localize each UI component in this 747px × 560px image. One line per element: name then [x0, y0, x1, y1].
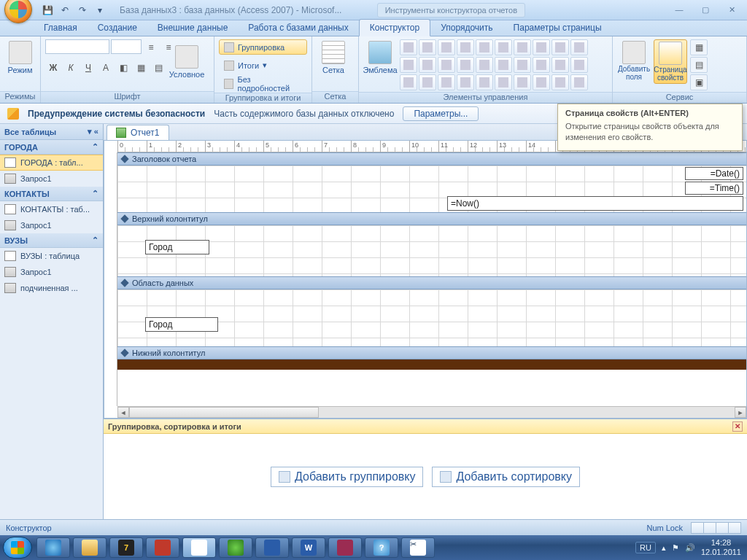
ctrl-city-field[interactable]: Город	[145, 317, 218, 332]
task-utorrent[interactable]	[219, 537, 252, 558]
tab-arrange[interactable]: Упорядочить	[430, 20, 503, 36]
view-button[interactable]: Режим	[4, 39, 36, 76]
ctrl-combo-icon[interactable]	[438, 39, 455, 55]
underline-icon[interactable]: Ч	[80, 60, 96, 76]
nav-group-goroda[interactable]: ГОРОДА⌃	[0, 140, 103, 155]
ctrl-time[interactable]: =Time()	[685, 182, 743, 195]
ctrl-title-icon[interactable]	[400, 39, 417, 55]
nav-item-zapros1-c[interactable]: Запрос1	[0, 264, 103, 280]
propertysheet-button[interactable]: Страница свойств	[654, 39, 687, 84]
nav-item-kontakty-table[interactable]: КОНТАКТЫ : таб...	[0, 201, 103, 217]
tool-subreport-icon[interactable]: ▣	[690, 74, 708, 90]
tab-create[interactable]: Создание	[88, 20, 147, 36]
tab-home[interactable]: Главная	[34, 20, 88, 36]
close-pane-icon[interactable]: ✕	[732, 421, 743, 432]
nav-header[interactable]: Все таблицы ▾ «	[0, 124, 103, 140]
ctrl-activex-icon[interactable]	[533, 74, 550, 90]
nav-item-zapros1-a[interactable]: Запрос1	[0, 171, 103, 187]
report-header-body[interactable]: =Date() =Time() =Now()	[117, 166, 746, 212]
band-detail[interactable]: Область данных	[117, 276, 746, 289]
page-header-body[interactable]: Город	[117, 225, 746, 276]
band-report-header[interactable]: Заголовок отчета	[117, 152, 746, 166]
close-icon[interactable]: ✕	[724, 5, 740, 15]
office-button[interactable]	[4, 0, 32, 23]
add-sort-button[interactable]: Добавить сортировку	[432, 467, 580, 487]
ctrl-attachment-icon[interactable]	[495, 74, 512, 90]
undo-icon[interactable]: ↶	[58, 4, 71, 17]
task-save[interactable]	[255, 537, 289, 558]
ctrl-textbox-icon[interactable]	[419, 39, 436, 55]
hidedetails-button[interactable]: Без подробностей	[219, 76, 307, 91]
ctrl-date[interactable]: =Date()	[685, 167, 743, 180]
ctrl-label-icon[interactable]	[419, 57, 436, 73]
bold-icon[interactable]: Ж	[45, 60, 61, 76]
view-report-icon[interactable]	[691, 522, 704, 534]
tab-external[interactable]: Внешние данные	[147, 20, 239, 36]
security-options-button[interactable]: Параметры...	[403, 106, 479, 121]
ctrl-linewidth-icon[interactable]	[551, 39, 569, 55]
altcolor-icon[interactable]: ▤	[150, 60, 166, 76]
conditional-button[interactable]: Условное	[168, 44, 206, 80]
ctrl-list-icon[interactable]	[438, 57, 455, 73]
ctrl-linestyle-icon[interactable]	[551, 74, 569, 90]
band-page-header[interactable]: Верхний колонтитул	[117, 212, 746, 225]
grid-button[interactable]: Сетка	[317, 39, 350, 76]
emblem-button[interactable]: Эмблема	[363, 39, 397, 76]
ctrl-check-icon[interactable]	[533, 39, 550, 55]
ctrl-defaults-icon[interactable]	[570, 74, 588, 90]
save-icon[interactable]: 💾	[41, 4, 54, 17]
task-app1[interactable]	[146, 537, 179, 558]
ctrl-optgrp-icon[interactable]	[533, 57, 550, 73]
start-button[interactable]	[3, 537, 32, 559]
font-family-combo[interactable]	[45, 39, 109, 54]
clock[interactable]: 14:28 12.01.2011	[701, 538, 744, 556]
page-footer-body[interactable]	[117, 359, 746, 370]
scroll-right-icon[interactable]: ►	[735, 407, 746, 418]
nav-group-vuzy[interactable]: ВУЗЫ⌃	[0, 233, 103, 248]
ctrl-chart-icon[interactable]	[476, 74, 493, 90]
font-size-combo[interactable]	[111, 39, 142, 54]
tab-design[interactable]: Конструктор	[359, 19, 430, 36]
redo-icon[interactable]: ↷	[76, 4, 89, 17]
ctrl-image-icon[interactable]	[476, 39, 493, 55]
ctrl-pagenum-icon[interactable]	[400, 57, 417, 73]
scroll-track[interactable]	[129, 407, 735, 418]
ctrl-date-icon[interactable]	[400, 74, 417, 90]
tab-dbtools[interactable]: Работа с базами данных	[238, 20, 358, 36]
nav-item-vuzy-table[interactable]: ВУЗЫ : таблица	[0, 248, 103, 264]
task-snip[interactable]: ✂	[401, 537, 435, 558]
italic-icon[interactable]: К	[63, 60, 79, 76]
chevron-double-left-icon[interactable]: ▾ «	[88, 127, 98, 136]
ctrl-bound-icon[interactable]	[457, 74, 474, 90]
maximize-icon[interactable]: ▢	[697, 5, 713, 15]
ctrl-unbound-icon[interactable]	[476, 57, 493, 73]
ctrl-tab-icon[interactable]	[514, 39, 531, 55]
band-page-footer[interactable]: Нижний колонтитул	[117, 346, 746, 359]
vertical-ruler[interactable]	[104, 152, 117, 406]
view-layout-icon[interactable]	[716, 522, 729, 534]
add-group-button[interactable]: Добавить группировку	[271, 467, 423, 487]
tab-pagesetup[interactable]: Параметры страницы	[503, 20, 612, 36]
task-word[interactable]: W	[292, 537, 325, 558]
gridlines-icon[interactable]: ▦	[133, 60, 149, 76]
ctrl-select-icon[interactable]	[570, 39, 588, 55]
ctrl-pagebreak-icon[interactable]	[514, 57, 531, 73]
task-7zip[interactable]: 7	[109, 537, 143, 558]
minimize-icon[interactable]: —	[671, 5, 687, 15]
ctrl-subform-icon[interactable]	[438, 74, 455, 90]
nav-group-kontakty[interactable]: КОНТАКТЫ⌃	[0, 187, 103, 201]
ctrl-option-icon[interactable]	[514, 74, 531, 90]
font-color-icon[interactable]: A	[98, 60, 114, 76]
ctrl-hyperlink-icon[interactable]	[495, 57, 512, 73]
view-print-icon[interactable]	[703, 522, 716, 534]
tray-volume-icon[interactable]: 🔊	[685, 543, 695, 553]
report-design-surface[interactable]: 012345678910111213141516171819202122 Заг…	[104, 140, 747, 419]
ctrl-wizard-icon[interactable]	[570, 57, 588, 73]
ctrl-button-icon[interactable]	[419, 74, 436, 90]
task-notepad[interactable]	[182, 537, 216, 558]
task-access[interactable]	[328, 537, 362, 558]
view-design-icon[interactable]	[728, 522, 741, 534]
ctrl-line-icon[interactable]	[457, 39, 474, 55]
nav-item-zapros1-b[interactable]: Запрос1	[0, 217, 103, 233]
scroll-thumb[interactable]	[129, 407, 319, 418]
